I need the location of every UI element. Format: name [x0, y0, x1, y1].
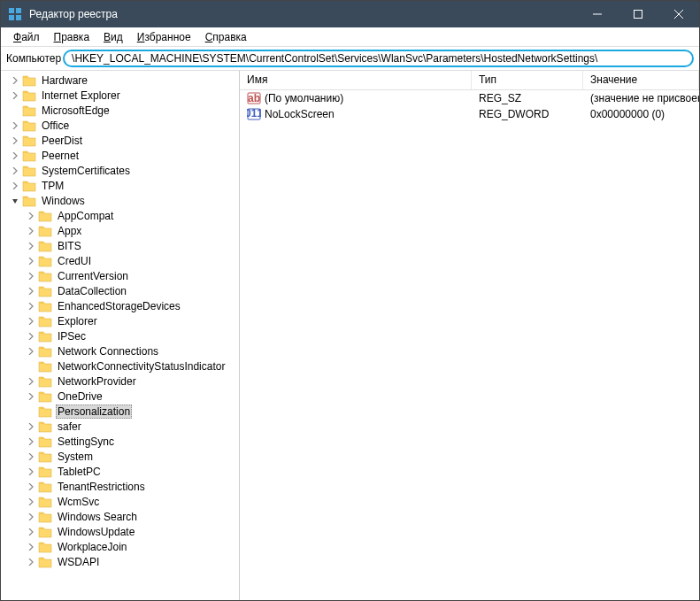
- chevron-right-icon[interactable]: [26, 316, 36, 327]
- reg-string-icon: ab: [247, 91, 261, 105]
- column-header-data[interactable]: Значение: [583, 71, 699, 89]
- chevron-right-icon[interactable]: [26, 331, 36, 342]
- chevron-right-icon[interactable]: [26, 542, 36, 552]
- list-row[interactable]: ab(По умолчанию)REG_SZ(значение не присв…: [240, 90, 699, 106]
- menubar: ФайлПравкаВидИзбранноеСправка: [1, 27, 699, 47]
- chevron-right-icon[interactable]: [26, 271, 36, 281]
- titlebar: Редактор реестра: [1, 1, 699, 27]
- addressbar-input[interactable]: [63, 50, 694, 67]
- tree-node[interactable]: Office: [10, 118, 239, 133]
- tree-node[interactable]: AppCompat: [10, 208, 239, 223]
- chevron-right-icon[interactable]: [10, 135, 20, 146]
- tree-node[interactable]: EnhancedStorageDevices: [10, 298, 239, 313]
- tree-node[interactable]: CredUI: [10, 253, 239, 268]
- chevron-right-icon[interactable]: [26, 226, 36, 236]
- chevron-right-icon[interactable]: [26, 346, 36, 357]
- list-cell-name: ab(По умолчанию): [240, 91, 472, 105]
- tree-node[interactable]: safer: [10, 419, 239, 434]
- chevron-right-icon[interactable]: [26, 451, 36, 462]
- tree-node[interactable]: BITS: [10, 238, 239, 253]
- tree-node-label: NetworkConnectivityStatusIndicator: [56, 360, 227, 373]
- svg-rect-0: [9, 8, 14, 13]
- reg-binary-icon: 011: [247, 107, 261, 121]
- tree-node[interactable]: NetworkConnectivityStatusIndicator: [10, 358, 239, 374]
- chevron-right-icon[interactable]: [26, 256, 36, 266]
- tree-node[interactable]: CurrentVersion: [10, 268, 239, 283]
- chevron-right-icon[interactable]: [26, 482, 36, 492]
- list-body[interactable]: ab(По умолчанию)REG_SZ(значение не присв…: [240, 90, 699, 600]
- tree-node[interactable]: WcmSvc: [10, 494, 239, 509]
- tree-node[interactable]: Explorer: [10, 313, 239, 328]
- tree-node[interactable]: WSDAPI: [10, 554, 239, 569]
- chevron-right-icon[interactable]: [26, 286, 36, 297]
- chevron-right-icon[interactable]: [26, 497, 36, 507]
- tree-node[interactable]: SettingSync: [10, 434, 239, 449]
- menu-item-избранное[interactable]: Избранное: [130, 29, 198, 45]
- tree-node[interactable]: PeerDist: [10, 133, 239, 148]
- chevron-right-icon[interactable]: [26, 466, 36, 477]
- tree-node-label: DataCollection: [56, 285, 128, 297]
- chevron-right-icon[interactable]: [26, 391, 36, 402]
- tree-node[interactable]: TPM: [10, 178, 239, 193]
- maximize-button[interactable]: [618, 1, 658, 27]
- tree-node-label: IPSec: [56, 330, 88, 343]
- tree-node[interactable]: Windows: [10, 193, 239, 208]
- column-header-type[interactable]: Тип: [472, 71, 583, 89]
- minimize-button[interactable]: [577, 1, 618, 27]
- tree-node[interactable]: WorkplaceJoin: [10, 539, 239, 554]
- menu-item-файл[interactable]: Файл: [6, 29, 47, 45]
- list-cell-data: (значение не присвоено): [583, 92, 699, 104]
- chevron-right-icon[interactable]: [26, 301, 36, 312]
- tree-node[interactable]: DataCollection: [10, 283, 239, 298]
- tree-node[interactable]: MicrosoftEdge: [10, 103, 239, 118]
- chevron-right-icon[interactable]: [10, 166, 20, 176]
- column-header-name[interactable]: Имя: [240, 71, 472, 89]
- menu-item-правка[interactable]: Правка: [47, 29, 97, 45]
- folder-icon: [38, 375, 52, 388]
- chevron-right-icon[interactable]: [26, 211, 36, 221]
- tree-node[interactable]: Appx: [10, 223, 239, 238]
- tree-node[interactable]: Network Connections: [10, 343, 239, 358]
- chevron-right-icon[interactable]: [26, 376, 36, 387]
- tree-node-label: System: [56, 451, 95, 463]
- window-controls: [577, 1, 699, 27]
- chevron-right-icon[interactable]: [26, 512, 36, 522]
- chevron-right-icon[interactable]: [26, 421, 36, 432]
- tree-node-label: AppCompat: [56, 210, 115, 222]
- chevron-right-icon[interactable]: [10, 150, 20, 161]
- tree-node[interactable]: WindowsUpdate: [10, 524, 239, 539]
- folder-icon: [38, 526, 52, 538]
- chevron-right-icon[interactable]: [26, 436, 36, 447]
- tree-node-label: NetworkProvider: [56, 375, 138, 388]
- tree-node-label: Peernet: [40, 150, 81, 162]
- chevron-right-icon[interactable]: [26, 557, 36, 567]
- tree-node[interactable]: IPSec: [10, 328, 239, 343]
- chevron-right-icon[interactable]: [26, 241, 36, 251]
- tree-node[interactable]: TenantRestrictions: [10, 479, 239, 494]
- tree-panel[interactable]: HardwareInternet ExplorerMicrosoftEdgeOf…: [1, 71, 240, 600]
- tree-node[interactable]: NetworkProvider: [10, 374, 239, 389]
- tree-node[interactable]: Personalization: [10, 404, 239, 419]
- tree-node[interactable]: Hardware: [10, 73, 239, 88]
- tree-node[interactable]: Internet Explorer: [10, 88, 239, 103]
- folder-icon: [38, 451, 52, 463]
- tree-node-label: Internet Explorer: [40, 89, 122, 102]
- list-row[interactable]: 011NoLockScreenREG_DWORD0x00000000 (0): [240, 106, 699, 122]
- tree-node[interactable]: TabletPC: [10, 464, 239, 479]
- tree-node[interactable]: SystemCertificates: [10, 163, 239, 178]
- tree-node[interactable]: Peernet: [10, 148, 239, 163]
- close-button[interactable]: [658, 1, 699, 27]
- chevron-right-icon[interactable]: [10, 90, 20, 101]
- menu-item-вид[interactable]: Вид: [96, 29, 130, 45]
- tree-node[interactable]: System: [10, 449, 239, 464]
- folder-icon: [38, 481, 52, 493]
- menu-item-справка[interactable]: Справка: [198, 29, 254, 45]
- chevron-down-icon[interactable]: [10, 196, 20, 206]
- chevron-right-icon[interactable]: [26, 527, 36, 537]
- folder-icon: [38, 225, 52, 237]
- chevron-right-icon[interactable]: [10, 120, 20, 131]
- tree-node[interactable]: OneDrive: [10, 389, 239, 404]
- tree-node[interactable]: Windows Search: [10, 509, 239, 524]
- chevron-right-icon[interactable]: [10, 75, 20, 86]
- chevron-right-icon[interactable]: [10, 181, 20, 191]
